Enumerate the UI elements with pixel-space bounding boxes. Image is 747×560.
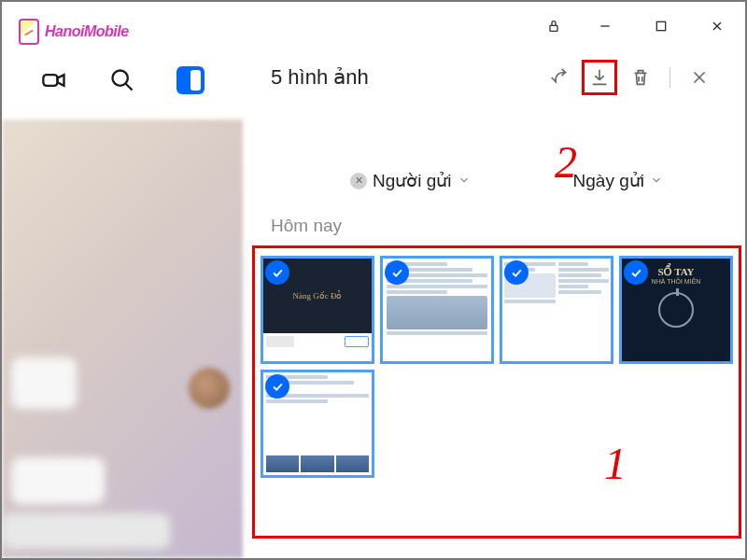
image-thumbnail[interactable]: SỔ TAY NHÀ THÔI MIÊN — [619, 256, 733, 364]
svg-rect-2 — [656, 21, 665, 30]
filter-date-label: Ngày gửi — [573, 170, 644, 191]
chat-bubble — [11, 457, 105, 504]
search-button[interactable] — [102, 60, 143, 101]
download-button[interactable] — [582, 60, 617, 95]
svg-point-6 — [112, 71, 127, 86]
delete-button[interactable] — [623, 60, 658, 95]
selected-check-icon[interactable] — [265, 260, 289, 285]
share-button[interactable] — [541, 60, 576, 95]
window-controls — [530, 9, 745, 43]
thumb-caption: Nàng Gốc Đỏ — [293, 291, 343, 301]
sidebar — [2, 43, 243, 558]
image-thumbnail[interactable]: Nàng Gốc Đỏ — [261, 256, 374, 364]
phone-tool-icon — [19, 19, 39, 45]
separator — [669, 67, 670, 88]
brand-text: HanoiMobile — [45, 23, 129, 40]
chat-background — [2, 119, 243, 558]
panel-toggle-icon — [176, 66, 204, 94]
lock-icon[interactable] — [530, 9, 577, 43]
chat-bubble — [11, 357, 77, 409]
chevron-down-icon — [458, 171, 471, 191]
thumb-caption: SỔ TAY — [657, 266, 694, 278]
svg-rect-5 — [44, 75, 58, 86]
image-gallery: Nàng Gốc Đỏ — [252, 245, 741, 539]
chevron-down-icon — [650, 171, 663, 191]
image-thumbnail[interactable] — [261, 370, 374, 478]
maximize-button[interactable] — [633, 9, 689, 43]
minimize-button[interactable] — [577, 9, 633, 43]
image-thumbnail[interactable] — [380, 256, 494, 364]
thumb-caption: NHÀ THÔI MIÊN — [652, 278, 701, 285]
chat-bubble — [2, 513, 170, 549]
close-window-button[interactable] — [689, 9, 745, 43]
selected-check-icon[interactable] — [504, 260, 529, 285]
svg-line-7 — [125, 84, 132, 91]
panel-title: 5 hình ảnh — [271, 65, 541, 90]
filter-date[interactable]: Ngày gửi — [573, 170, 663, 191]
toggle-panel-button[interactable] — [170, 60, 211, 101]
filter-sender[interactable]: ✕ Người gửi — [350, 170, 471, 191]
selected-check-icon[interactable] — [624, 260, 648, 285]
filter-sender-label: Người gửi — [373, 170, 452, 191]
video-call-button[interactable] — [34, 60, 75, 101]
brand-logo: HanoiMobile — [19, 19, 129, 45]
close-panel-button[interactable] — [682, 60, 717, 95]
svg-rect-0 — [550, 25, 557, 31]
section-today: Hôm nay — [243, 199, 745, 244]
media-panel: 5 hình ảnh 2 ✕ Người g — [243, 43, 745, 558]
image-thumbnail[interactable] — [500, 256, 613, 364]
selected-check-icon[interactable] — [385, 260, 409, 285]
avatar — [189, 368, 230, 409]
selected-check-icon[interactable] — [265, 374, 289, 399]
clear-filter-icon[interactable]: ✕ — [350, 173, 367, 189]
